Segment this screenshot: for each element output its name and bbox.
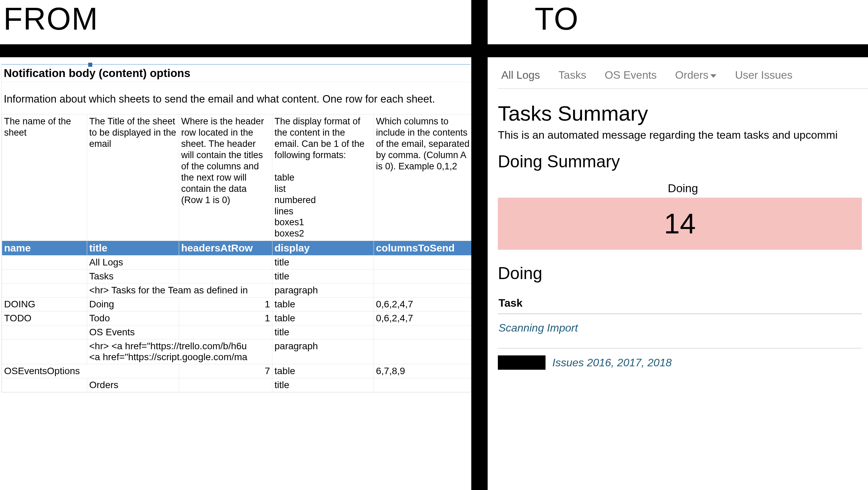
stat-label: Doing xyxy=(498,182,868,195)
table-cell[interactable] xyxy=(2,339,87,364)
table-cell[interactable] xyxy=(2,378,87,392)
page-title: Tasks Summary xyxy=(498,101,868,125)
table-row: OS Eventstitle xyxy=(2,325,472,339)
doing-heading: Doing xyxy=(498,263,868,283)
table-cell[interactable]: Doing xyxy=(87,297,179,311)
table-cell[interactable]: Tasks xyxy=(87,270,179,284)
table-cell[interactable]: 7 xyxy=(179,364,272,378)
table-cell[interactable]: title xyxy=(272,270,374,284)
table-cell[interactable] xyxy=(374,339,472,364)
column-header: headersAtRow xyxy=(179,241,272,256)
column-description: The Title of the sheet to be displayed i… xyxy=(87,114,179,241)
table-cell[interactable]: 1 xyxy=(179,311,272,325)
left-section-description: Information about which sheets to send t… xyxy=(2,82,470,114)
column-description: Which columns to include in the contents… xyxy=(374,114,472,241)
to-panel: All LogsTasksOS EventsOrdersUser Issues … xyxy=(488,57,868,490)
table-cell[interactable] xyxy=(374,270,472,284)
tab-tasks[interactable]: Tasks xyxy=(558,69,586,81)
column-header: title xyxy=(87,241,179,256)
to-label: TO xyxy=(477,0,868,44)
from-panel: Notification body (content) options Info… xyxy=(0,57,471,490)
table-cell[interactable]: paragraph xyxy=(272,339,374,364)
vertical-divider xyxy=(471,0,488,490)
table-cell[interactable] xyxy=(179,378,272,392)
table-cell[interactable]: OSEventsOptions xyxy=(2,364,179,378)
nav-tabs: All LogsTasksOS EventsOrdersUser Issues xyxy=(498,57,868,89)
tab-orders[interactable]: Orders xyxy=(675,69,717,81)
table-row: DOINGDoing1table0,6,2,4,7 xyxy=(2,297,472,311)
table-cell[interactable] xyxy=(374,325,472,339)
doing-summary-heading: Doing Summary xyxy=(498,152,868,171)
table-row: <hr> Tasks for the Team as defined inpar… xyxy=(2,284,472,297)
config-table: The name of the sheetThe Title of the sh… xyxy=(2,114,471,392)
table-cell[interactable] xyxy=(374,284,472,297)
column-description: Where is the header row located in the s… xyxy=(179,114,272,241)
table-cell[interactable] xyxy=(2,256,87,270)
caret-down-icon xyxy=(710,74,716,78)
left-section-title: Notification body (content) options xyxy=(2,65,470,82)
table-cell[interactable] xyxy=(179,325,272,339)
table-row: <hr> <a href="https://trello.com/b/h6u <… xyxy=(2,339,472,364)
table-cell[interactable] xyxy=(2,270,87,284)
table-cell[interactable] xyxy=(179,256,272,270)
table-cell[interactable] xyxy=(2,284,87,297)
table-cell[interactable]: 0,6,2,4,7 xyxy=(374,297,472,311)
table-cell[interactable]: All Logs xyxy=(87,256,179,270)
table-row: All Logstitle xyxy=(2,256,472,270)
table-cell[interactable]: title xyxy=(272,378,374,392)
table-cell[interactable]: 6,7,8,9 xyxy=(374,364,472,378)
stat-box: 14 xyxy=(498,198,862,250)
cell-handle-icon xyxy=(88,63,92,67)
table-cell[interactable]: OS Events xyxy=(87,325,179,339)
column-description: The name of the sheet xyxy=(2,114,87,241)
tab-all-logs[interactable]: All Logs xyxy=(501,69,540,81)
issues-link[interactable]: Issues 2016, 2017, 2018 xyxy=(552,356,672,369)
table-cell[interactable]: <hr> <a href="https://trello.com/b/h6u <… xyxy=(87,339,272,364)
table-row: Taskstitle xyxy=(2,270,472,284)
table-row: Orderstitle xyxy=(2,378,472,392)
column-header: name xyxy=(2,241,87,256)
tab-user-issues[interactable]: User Issues xyxy=(735,69,792,81)
column-header: display xyxy=(272,241,374,256)
table-cell[interactable]: 1 xyxy=(179,297,272,311)
table-cell[interactable]: DOING xyxy=(2,297,87,311)
table-row: OSEventsOptions7table6,7,8,9 xyxy=(2,364,472,378)
table-cell[interactable]: Orders xyxy=(87,378,179,392)
from-label: FROM xyxy=(0,0,477,44)
table-cell[interactable]: 0,6,2,4,7 xyxy=(374,311,472,325)
column-header: columnsToSend xyxy=(374,241,472,256)
task-column-header: Task xyxy=(498,293,862,314)
column-description: The display format of the content in the… xyxy=(272,114,374,241)
table-cell[interactable]: Todo xyxy=(87,311,179,325)
page-subtext: This is an automated message regarding t… xyxy=(498,129,868,141)
table-cell[interactable]: table xyxy=(272,311,374,325)
table-cell[interactable] xyxy=(374,256,472,270)
table-cell[interactable]: <hr> Tasks for the Team as defined in xyxy=(87,284,272,297)
table-cell[interactable]: TODO xyxy=(2,311,87,325)
table-cell[interactable]: table xyxy=(272,297,374,311)
table-cell[interactable]: paragraph xyxy=(272,284,374,297)
redacted-block xyxy=(498,355,546,370)
table-cell[interactable]: table xyxy=(272,364,374,378)
horizontal-divider xyxy=(0,44,868,57)
task-item: Scanning Import xyxy=(498,314,862,349)
table-cell[interactable] xyxy=(2,325,87,339)
table-cell[interactable] xyxy=(374,378,472,392)
table-row: TODOTodo1table0,6,2,4,7 xyxy=(2,311,472,325)
table-cell[interactable]: title xyxy=(272,256,374,270)
table-cell[interactable] xyxy=(179,270,272,284)
table-cell[interactable]: title xyxy=(272,325,374,339)
tab-os-events[interactable]: OS Events xyxy=(605,69,657,81)
